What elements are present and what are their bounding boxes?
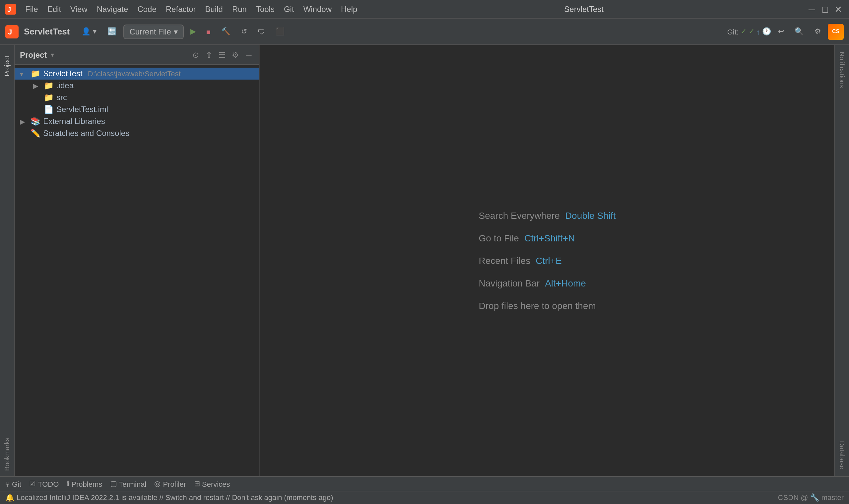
current-file-chevron: ▾ <box>174 27 178 36</box>
window-title: ServletTest <box>564 4 603 14</box>
services-label: Services <box>202 480 230 488</box>
tree-scratches[interactable]: ▶ ✏️ Scratches and Consoles <box>15 127 259 139</box>
status-profiler[interactable]: ◎ Profiler <box>154 480 186 488</box>
right-sidebar: Notifications Database <box>834 45 849 476</box>
status-services[interactable]: ⊞ Services <box>194 480 230 488</box>
gear-icon[interactable]: ⚙ <box>230 49 241 60</box>
todo-label: TODO <box>38 480 59 488</box>
run-button[interactable]: ▶ <box>186 25 200 38</box>
status-terminal[interactable]: ▢ Terminal <box>110 480 146 488</box>
git-status-label: Git <box>12 480 21 488</box>
shortcut-navbar: Navigation Bar Alt+Home <box>479 278 616 288</box>
title-bar-left: J File Edit View Navigate Code Refactor … <box>5 3 361 15</box>
shortcut-recentfiles-key: Ctrl+E <box>536 255 562 266</box>
menu-help[interactable]: Help <box>337 3 361 15</box>
minimize-button[interactable]: ─ <box>807 4 817 14</box>
menu-bar: File Edit View Navigate Code Refactor Bu… <box>21 3 361 15</box>
tree-ext-libs-name: External Libraries <box>43 117 105 126</box>
collapse-all-icon[interactable]: ⇧ <box>204 49 214 60</box>
tree-idea[interactable]: ▶ 📁 .idea <box>15 79 259 91</box>
bottom-status-bar: 🔔 Localized IntelliJ IDEA 2022.2.1 is av… <box>0 491 849 504</box>
profiler-icon: ◎ <box>154 480 161 488</box>
locate-file-icon[interactable]: ⊙ <box>191 49 201 60</box>
settings-button[interactable]: ⚙ <box>811 25 825 38</box>
project-header-icons: ⊙ ⇧ ☰ ⚙ ─ <box>191 49 254 60</box>
app-logo: J <box>5 4 16 14</box>
tree-ext-libs[interactable]: ▶ 📚 External Libraries <box>15 115 259 127</box>
search-button[interactable]: 🔍 <box>791 25 808 38</box>
terminal-label: Terminal <box>119 480 146 488</box>
shortcut-navbar-key: Alt+Home <box>545 278 586 288</box>
project-header: Project ▾ ⊙ ⇧ ☰ ⚙ ─ <box>15 45 259 65</box>
project-dropdown-btn[interactable]: ▾ <box>51 51 54 58</box>
close-panel-icon[interactable]: ─ <box>243 49 254 60</box>
tree-src-name: src <box>56 93 67 102</box>
tree-idea-name: .idea <box>56 81 74 90</box>
menu-build[interactable]: Build <box>201 3 227 15</box>
svg-text:J: J <box>8 28 12 36</box>
content-area: Project Bookmarks Project ▾ ⊙ ⇧ ☰ ⚙ ─ <box>0 45 849 476</box>
problems-icon: ℹ <box>67 480 69 488</box>
tree-iml[interactable]: ▶ 📄 ServletTest.iml <box>15 104 259 115</box>
git-label: Git: <box>727 28 739 35</box>
shortcut-gotofile: Go to File Ctrl+Shift+N <box>479 233 616 244</box>
window-controls: ─ □ ✕ <box>807 4 844 14</box>
menu-tools[interactable]: Tools <box>252 3 278 15</box>
database-tab[interactable]: Database <box>836 434 848 476</box>
bookmarks-tab[interactable]: Bookmarks <box>1 432 13 476</box>
shortcut-navbar-label: Navigation Bar <box>479 278 540 288</box>
status-todo[interactable]: ☑ TODO <box>29 480 59 488</box>
git-arrow: ↑ <box>757 28 760 35</box>
tree-src[interactable]: ▶ 📁 src <box>15 91 259 104</box>
tree-root-name: ServletTest <box>43 69 83 78</box>
status-git[interactable]: ⑂ Git <box>5 480 21 488</box>
menu-view[interactable]: View <box>66 3 92 15</box>
menu-edit[interactable]: Edit <box>43 3 65 15</box>
reload-button[interactable]: ↺ <box>237 25 251 38</box>
shortcut-list: Search Everywhere Double Shift Go to Fil… <box>479 210 616 311</box>
services-icon: ⊞ <box>194 480 200 488</box>
git-status: Git: ✓ ✓ ↑ 🕐 <box>727 27 771 36</box>
menu-file[interactable]: File <box>21 3 42 15</box>
svg-text:J: J <box>7 6 11 13</box>
shortcut-search: Search Everywhere Double Shift <box>479 210 616 221</box>
git-check1: ✓ <box>741 27 746 36</box>
toolbar-logo: J <box>5 25 19 38</box>
status-bar: ⑂ Git ☑ TODO ℹ Problems ▢ Terminal ◎ Pro… <box>0 476 849 491</box>
menu-navigate[interactable]: Navigate <box>93 3 132 15</box>
maximize-button[interactable]: □ <box>820 4 830 14</box>
drop-files-text: Drop files here to open them <box>479 301 616 311</box>
options-icon[interactable]: ☰ <box>217 49 228 60</box>
menu-code[interactable]: Code <box>133 3 160 15</box>
coverage-button[interactable]: 🛡 <box>254 25 269 37</box>
git-history[interactable]: 🕐 <box>762 27 771 36</box>
shortcut-search-label: Search Everywhere <box>479 210 560 221</box>
project-panel: Project ▾ ⊙ ⇧ ☰ ⚙ ─ ▾ 📁 ServletTest D:\c… <box>15 45 260 476</box>
editor-area: Search Everywhere Double Shift Go to Fil… <box>260 45 834 476</box>
status-message: 🔔 Localized IntelliJ IDEA 2022.2.1 is av… <box>5 493 333 502</box>
tree-iml-name: ServletTest.iml <box>56 105 108 114</box>
title-bar: J File Edit View Navigate Code Refactor … <box>0 0 849 19</box>
current-file-dropdown[interactable]: Current File ▾ <box>123 24 183 39</box>
menu-git[interactable]: Git <box>280 3 298 15</box>
shortcut-gotofile-key: Ctrl+Shift+N <box>524 233 575 244</box>
build-button[interactable]: 🔨 <box>217 25 234 38</box>
vcs-button[interactable]: 🔙 <box>104 25 121 38</box>
menu-run[interactable]: Run <box>228 3 251 15</box>
shortcut-gotofile-label: Go to File <box>479 233 519 244</box>
shortcut-recentfiles-label: Recent Files <box>479 255 530 266</box>
git-status-icon: ⑂ <box>5 480 10 488</box>
menu-window[interactable]: Window <box>300 3 336 15</box>
undo-button[interactable]: ↩ <box>774 25 788 38</box>
status-problems[interactable]: ℹ Problems <box>67 480 102 488</box>
terminal-icon: ▢ <box>110 480 117 488</box>
stop-button[interactable]: ■ <box>202 25 215 37</box>
account-button[interactable]: 👤 ▾ <box>78 25 101 38</box>
tree-root[interactable]: ▾ 📁 ServletTest D:\class\javaweb\Servlet… <box>15 68 259 79</box>
notifications-tab[interactable]: Notifications <box>836 45 848 94</box>
stop2-button[interactable]: ⬛ <box>272 25 289 38</box>
close-button[interactable]: ✕ <box>833 4 844 14</box>
tree-root-path: D:\class\javaweb\ServletTest <box>88 70 181 77</box>
project-tab[interactable]: Project <box>1 50 13 82</box>
menu-refactor[interactable]: Refactor <box>162 3 200 15</box>
